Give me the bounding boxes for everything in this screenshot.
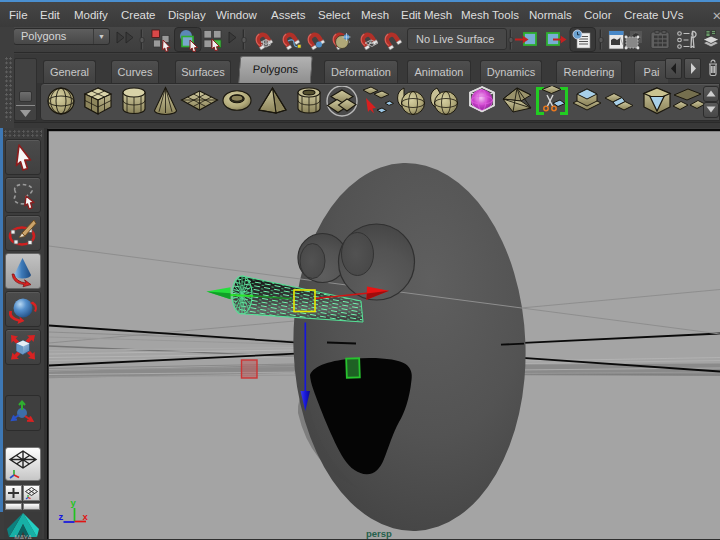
svg-text:persp: persp <box>366 528 392 539</box>
svg-text:x: x <box>83 511 89 522</box>
svg-text:y: y <box>71 497 77 508</box>
svg-text:z: z <box>59 511 64 522</box>
